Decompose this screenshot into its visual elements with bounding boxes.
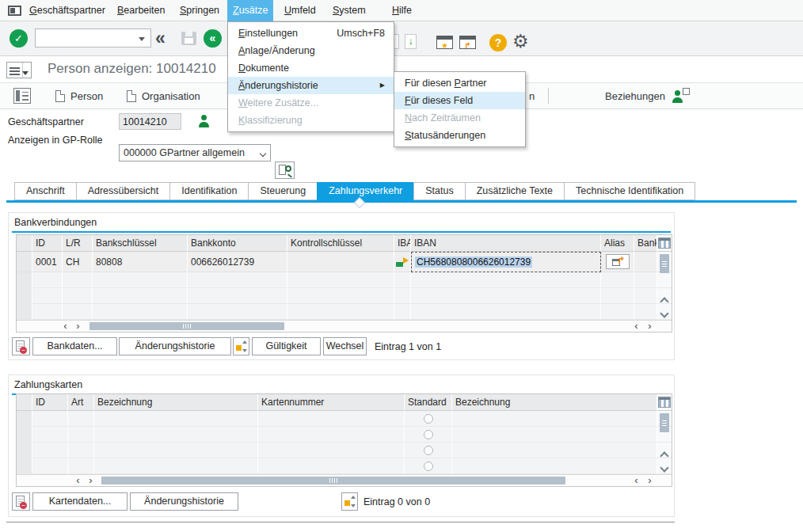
menu-item-aenderungshistorie[interactable]: Änderungshistorie ▶ xyxy=(228,77,394,94)
organisation-button[interactable]: Organisation xyxy=(120,86,207,107)
row-selector[interactable] xyxy=(17,288,32,304)
menu-system[interactable]: System xyxy=(327,0,371,21)
partner-input[interactable] xyxy=(119,113,181,130)
hscroll-thumb[interactable] xyxy=(101,477,565,484)
cell-id[interactable]: 0001 xyxy=(32,252,63,272)
col-header-selector[interactable] xyxy=(17,235,32,252)
row-selector[interactable] xyxy=(17,427,32,443)
bank-sort-button[interactable] xyxy=(233,337,249,355)
help-icon[interactable]: ? xyxy=(489,34,507,51)
back-icon[interactable]: « xyxy=(155,29,164,48)
row-selector[interactable] xyxy=(17,411,32,427)
download-icon[interactable]: ↓ xyxy=(405,34,417,49)
col-header-id[interactable]: ID xyxy=(32,394,68,411)
col-header-standard[interactable]: Standard xyxy=(405,394,452,411)
col-header-art[interactable]: Art xyxy=(68,394,94,411)
wechsel-button[interactable]: Wechsel xyxy=(323,337,367,355)
cell-bank[interactable] xyxy=(634,252,657,272)
cards-aenderungshistorie-button[interactable]: Änderungshistorie xyxy=(130,492,238,511)
role-dropdown[interactable]: 000000 GPartner allgemein xyxy=(119,144,271,162)
bank-aenderungshistorie-button[interactable]: Änderungshistorie xyxy=(119,337,231,355)
chevron-down-icon[interactable] xyxy=(139,37,145,41)
scroll-left-icon[interactable]: ‹ xyxy=(72,475,84,486)
system-menu-icon[interactable] xyxy=(8,6,21,16)
person-window-icon[interactable] xyxy=(672,90,683,103)
scroll-right-icon[interactable]: › xyxy=(85,475,97,486)
standard-radio[interactable] xyxy=(424,462,433,471)
col-header-alias[interactable]: Alias xyxy=(601,235,634,252)
tab-zusaetzliche-texte[interactable]: Zusätzliche Texte xyxy=(465,182,565,200)
command-input[interactable] xyxy=(37,30,132,46)
vscroll-thumb[interactable] xyxy=(660,413,669,432)
menu-umfeld[interactable]: Umfeld xyxy=(279,0,322,21)
tab-zahlungsverkehr[interactable]: Zahlungsverkehr xyxy=(317,182,414,200)
menu-geschaeftspartner[interactable]: Geschäftspartner xyxy=(24,0,111,21)
layout-menu-icon[interactable] xyxy=(6,62,32,78)
col-header-kartennummer[interactable]: Kartennummer xyxy=(258,394,405,411)
cards-sort-button[interactable] xyxy=(341,492,358,511)
table-settings-icon[interactable] xyxy=(658,238,671,249)
col-header-bezeichnung2[interactable]: Bezeichnung xyxy=(452,394,657,411)
locator-tree-icon[interactable] xyxy=(13,88,31,104)
delete-card-entry-button[interactable] xyxy=(12,492,30,511)
menu-bearbeiten[interactable]: Bearbeiten xyxy=(112,0,170,21)
cell-iban-icon[interactable] xyxy=(394,252,411,272)
tab-technische-identifikation[interactable]: Technische Identifikation xyxy=(564,182,695,200)
col-header-kontrollschluessel[interactable]: Kontrollschlüssel xyxy=(287,235,394,252)
delete-bank-entry-button[interactable] xyxy=(12,337,30,355)
menu-item-anlage-aenderung[interactable]: Anlage/Änderung xyxy=(228,42,394,59)
col-header-bank[interactable]: Bank xyxy=(634,235,657,252)
scroll-left-icon[interactable]: ‹ xyxy=(630,475,642,486)
gear-icon[interactable]: ⚙ xyxy=(512,32,529,51)
tab-anschrift[interactable]: Anschrift xyxy=(14,182,77,200)
save-icon[interactable] xyxy=(181,32,196,45)
vscroll-thumb[interactable] xyxy=(660,254,669,273)
scroll-left-icon[interactable]: ‹ xyxy=(59,321,71,332)
standard-radio[interactable] xyxy=(424,430,433,439)
bankdaten-button[interactable]: Bankdaten... xyxy=(32,337,117,355)
row-selector[interactable] xyxy=(17,458,32,474)
menu-item-einstellungen[interactable]: Einstellungen Umsch+F8 xyxy=(228,25,394,42)
menu-springen[interactable]: Springen xyxy=(174,0,225,21)
tab-adressuebersicht[interactable]: Adressübersicht xyxy=(76,182,171,200)
col-header-lr[interactable]: L/R xyxy=(63,235,93,252)
col-header-bankschluessel[interactable]: Bankschlüssel xyxy=(93,235,188,252)
tab-steuerung[interactable]: Steuerung xyxy=(248,182,318,200)
scroll-right-icon[interactable]: › xyxy=(644,321,656,332)
row-selector[interactable] xyxy=(17,272,32,288)
new-session-star-icon[interactable]: ★ xyxy=(436,36,453,49)
menu-item-fuer-dieses-feld[interactable]: Für dieses Feld xyxy=(394,92,525,109)
alias-button[interactable]: ↱ xyxy=(606,254,630,269)
menu-hilfe[interactable]: Hilfe xyxy=(386,0,417,21)
beziehungen-button[interactable]: Beziehungen xyxy=(599,86,672,107)
command-field[interactable] xyxy=(35,28,151,48)
menu-zusaetze[interactable]: Zusätze xyxy=(227,0,273,21)
col-header-iban-icon[interactable]: IBAN xyxy=(394,235,411,252)
col-header-selector[interactable] xyxy=(17,394,32,411)
iban-transfer-icon[interactable] xyxy=(395,256,409,268)
col-header-bezeichnung[interactable]: Bezeichnung xyxy=(94,394,258,411)
person-button[interactable]: Person xyxy=(49,86,109,107)
cell-bankschluessel[interactable]: 80808 xyxy=(93,252,188,272)
row-selector[interactable] xyxy=(17,252,32,272)
enter-check-icon[interactable]: ✓ xyxy=(10,29,28,48)
scroll-right-icon[interactable]: › xyxy=(644,475,656,486)
col-header-bankkonto[interactable]: Bankkonto xyxy=(188,235,287,252)
standard-radio[interactable] xyxy=(424,446,433,455)
scroll-left-icon[interactable]: ‹ xyxy=(630,321,642,332)
menu-item-statusaenderungen[interactable]: Statusänderungen xyxy=(394,127,525,144)
role-search-button[interactable] xyxy=(275,162,295,179)
cell-bankkonto[interactable]: 006626012739 xyxy=(188,252,287,272)
cell-lr[interactable]: CH xyxy=(63,252,93,272)
table-settings-icon[interactable] xyxy=(658,397,671,408)
row-selector[interactable] xyxy=(17,443,32,458)
col-header-id[interactable]: ID xyxy=(32,235,63,252)
cell-iban[interactable]: CH5680808006626012739 xyxy=(411,252,601,272)
gueltigkeit-button[interactable]: Gültigkeit xyxy=(252,337,321,355)
kartendaten-button[interactable]: Kartendaten... xyxy=(32,492,127,511)
menu-item-fuer-diesen-partner[interactable]: Für diesen Partner xyxy=(394,74,525,92)
back-circle-icon[interactable]: « xyxy=(204,29,222,48)
tab-status[interactable]: Status xyxy=(413,182,465,200)
row-selector[interactable] xyxy=(17,304,32,320)
tab-identifikation[interactable]: Identifikation xyxy=(169,182,249,200)
